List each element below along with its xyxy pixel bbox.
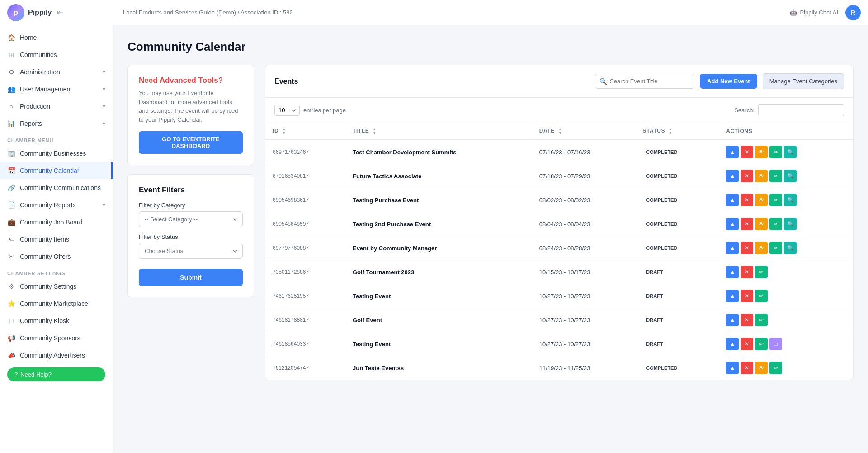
col-status[interactable]: STATUS ▲▼ xyxy=(635,123,719,140)
entries-per-page-select[interactable]: 10 25 50 100 xyxy=(274,105,300,116)
event-status: COMPLETED xyxy=(635,164,719,188)
col-date[interactable]: DATE ▲▼ xyxy=(532,123,636,140)
col-title[interactable]: TITLE ▲▼ xyxy=(345,123,532,140)
chevron-icon: ▾ xyxy=(103,69,105,75)
event-id: 746181788817 xyxy=(265,308,345,332)
action-btn-red[interactable]: ✕ xyxy=(741,170,753,182)
filters-submit-button[interactable]: Submit xyxy=(139,269,243,286)
sidebar-item-reports[interactable]: 📊 Reports ▾ xyxy=(0,115,113,132)
event-id: 690546983617 xyxy=(265,188,345,212)
status-badge: COMPLETED xyxy=(642,364,681,372)
action-btn-blue[interactable]: ▲ xyxy=(726,170,739,182)
sidebar-item-user-management[interactable]: 👥 User Management ▾ xyxy=(0,81,113,98)
sidebar-label-community-job-board: Community Job Board xyxy=(20,219,83,226)
action-btn-blue[interactable]: ▲ xyxy=(726,146,739,158)
action-btn-blue[interactable]: ▲ xyxy=(726,242,739,254)
chat-ai-button[interactable]: 🤖 Pippily Chat AI xyxy=(790,9,838,16)
action-btn-red[interactable]: ✕ xyxy=(741,218,753,230)
sidebar-item-community-calendar[interactable]: 📅 Community Calendar xyxy=(0,162,113,179)
sidebar-item-community-communications[interactable]: 🔗 Community Communications xyxy=(0,179,113,196)
user-avatar[interactable]: R xyxy=(845,5,861,20)
sidebar-item-community-reports[interactable]: 📄 Community Reports ▾ xyxy=(0,196,113,214)
eventbrite-dashboard-button[interactable]: GO TO EVENTBRITE DASHBOARD xyxy=(139,131,243,154)
add-new-event-button[interactable]: Add New Event xyxy=(700,74,757,89)
status-badge: COMPLETED xyxy=(642,196,681,204)
action-btn-teal[interactable]: 🔍 xyxy=(784,170,797,182)
community-job-board-icon: 💼 xyxy=(7,218,15,226)
sidebar-item-community-businesses[interactable]: 🏢 Community Businesses xyxy=(0,145,113,162)
status-filter-group: Filter by Status Choose Status xyxy=(139,234,243,259)
action-btn-red[interactable]: ✕ xyxy=(741,266,753,278)
sidebar-label-reports: Reports xyxy=(20,120,42,127)
action-btn-blue[interactable]: ▲ xyxy=(726,362,739,374)
action-btn-teal[interactable]: 🔍 xyxy=(784,194,797,206)
action-btn-yellow[interactable]: 👁 xyxy=(755,170,768,182)
action-btn-blue[interactable]: ▲ xyxy=(726,290,739,302)
action-btn-yellow[interactable]: 👁 xyxy=(755,218,768,230)
action-btn-red[interactable]: ✕ xyxy=(741,242,753,254)
sidebar-item-community-settings[interactable]: ⚙ Community Settings xyxy=(0,278,113,295)
manage-event-categories-button[interactable]: Manage Event Categories xyxy=(763,73,844,89)
action-btn-green[interactable]: ✏ xyxy=(769,362,782,374)
action-btn-green[interactable]: ✏ xyxy=(755,314,768,326)
action-btn-red[interactable]: ✕ xyxy=(741,338,753,350)
action-btn-green[interactable]: ✏ xyxy=(769,146,782,158)
action-btn-red[interactable]: ✕ xyxy=(741,146,753,158)
topbar: p Pippily ⇤ Local Products and Services … xyxy=(0,0,868,25)
action-btn-green[interactable]: ✏ xyxy=(769,242,782,254)
action-btn-green[interactable]: ✏ xyxy=(769,170,782,182)
action-btn-yellow[interactable]: 👁 xyxy=(755,242,768,254)
sidebar-item-community-items[interactable]: 🏷 Community Items xyxy=(0,231,113,248)
action-btn-green[interactable]: ✏ xyxy=(755,338,768,350)
app-name: Pippily xyxy=(28,9,52,17)
action-btn-blue[interactable]: ▲ xyxy=(726,338,739,350)
community-items-icon: 🏷 xyxy=(7,235,15,243)
event-date: 08/24/23 - 08/28/23 xyxy=(532,236,636,260)
action-btn-teal[interactable]: 🔍 xyxy=(784,242,797,254)
col-id[interactable]: ID ▲▼ xyxy=(265,123,345,140)
sidebar-item-community-marketplace[interactable]: ⭐ Community Marketplace xyxy=(0,295,113,312)
events-search-input[interactable] xyxy=(595,74,694,89)
sidebar-item-production[interactable]: ○ Production ▾ xyxy=(0,98,113,115)
search-icon: 🔍 xyxy=(599,78,607,85)
event-date: 10/27/23 - 10/27/23 xyxy=(532,332,636,356)
main-content: Community Calendar Need Advanced Tools? … xyxy=(113,25,868,453)
action-btn-blue[interactable]: ▲ xyxy=(726,266,739,278)
action-btn-green[interactable]: ✏ xyxy=(769,218,782,230)
sidebar-item-community-job-board[interactable]: 💼 Community Job Board xyxy=(0,214,113,231)
action-btn-yellow[interactable]: 👁 xyxy=(755,194,768,206)
chamber-menu-label: CHAMBER MENU xyxy=(0,132,113,145)
collapse-sidebar-button[interactable]: ⇤ xyxy=(57,8,64,18)
user-management-icon: 👥 xyxy=(7,85,15,93)
action-btn-green[interactable]: ✏ xyxy=(755,290,768,302)
action-btn-teal[interactable]: 🔍 xyxy=(784,218,797,230)
action-btn-purple[interactable]: □ xyxy=(769,338,782,350)
action-btn-blue[interactable]: ▲ xyxy=(726,194,739,206)
action-btn-blue[interactable]: ▲ xyxy=(726,218,739,230)
action-btn-teal[interactable]: 🔍 xyxy=(784,146,797,158)
sidebar-item-community-kiosk[interactable]: □ Community Kiosk xyxy=(0,312,113,329)
action-btn-red[interactable]: ✕ xyxy=(741,314,753,326)
action-btn-green[interactable]: ✏ xyxy=(769,194,782,206)
table-search-input[interactable] xyxy=(758,104,844,116)
action-btn-red[interactable]: ✕ xyxy=(741,362,753,374)
sidebar-item-administration[interactable]: ⚙ Administration ▾ xyxy=(0,63,113,81)
action-btn-yellow[interactable]: 👁 xyxy=(755,146,768,158)
sidebar-item-communities[interactable]: ⊞ Communities xyxy=(0,46,113,63)
sidebar-item-community-offers[interactable]: ✂ Community Offers xyxy=(0,248,113,265)
event-date: 10/15/23 - 10/17/23 xyxy=(532,260,636,284)
action-btn-green[interactable]: ✏ xyxy=(755,266,768,278)
category-filter-select[interactable]: -- Select Category -- xyxy=(139,211,243,227)
sidebar-item-community-sponsors[interactable]: 📢 Community Sponsors xyxy=(0,329,113,347)
action-btn-blue[interactable]: ▲ xyxy=(726,314,739,326)
status-filter-select[interactable]: Choose Status xyxy=(139,243,243,259)
action-btn-yellow[interactable]: 👁 xyxy=(755,362,768,374)
event-id: 690548648597 xyxy=(265,212,345,236)
action-btn-red[interactable]: ✕ xyxy=(741,194,753,206)
content-grid: Need Advanced Tools? You may use your Ev… xyxy=(127,65,854,380)
event-title: Testing 2nd Purchase Event xyxy=(345,212,532,236)
action-btn-red[interactable]: ✕ xyxy=(741,290,753,302)
sidebar-item-community-advertisers[interactable]: 📣 Community Advertisers xyxy=(0,347,113,364)
need-help-button[interactable]: ? Need Help? xyxy=(7,367,105,381)
sidebar-item-home[interactable]: 🏠 Home xyxy=(0,29,113,46)
